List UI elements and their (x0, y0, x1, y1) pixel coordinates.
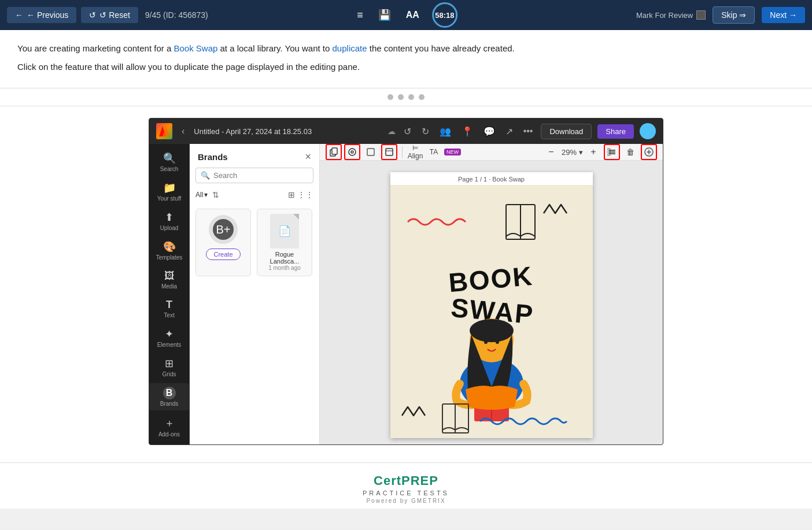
app-topbar: ‹ Untitled - April 27, 2024 at 18.25.03 … (149, 118, 663, 144)
delete-button[interactable]: 🗑 (622, 144, 638, 160)
font-size-button[interactable]: AA (404, 8, 422, 23)
brands-filter-row: All ▾ ⇅ ⊞ ⋮⋮ (190, 188, 319, 204)
app-sidebar: 🔍 Search 📁 Your stuff ⬆ Upload 🎨 Templat… (149, 144, 190, 444)
pin-button[interactable]: 📍 (459, 124, 475, 139)
dot-2 (398, 94, 404, 100)
templates-icon: 🎨 (163, 240, 176, 253)
redo-button[interactable]: ↻ (419, 124, 431, 139)
grids-icon: ⊞ (165, 357, 174, 370)
app-document-title: Untitled - April 27, 2024 at 18.25.03 (194, 127, 381, 136)
translate-icon: TA (430, 148, 438, 156)
app-back-arrow[interactable]: ‹ (178, 125, 188, 138)
brand-create-label: Create (213, 251, 232, 258)
sidebar-item-templates[interactable]: 🎨 Templates (149, 237, 189, 264)
app-right-section: ⊨ Align TA NEW − 29% ▾ + (320, 144, 663, 444)
chevron-down-icon: ▾ (204, 191, 208, 199)
folder-icon: 📁 (163, 181, 176, 194)
brand-card-create[interactable]: B+ Create (195, 209, 251, 276)
share-button[interactable]: Share (597, 124, 634, 139)
translate-button[interactable]: TA (426, 144, 442, 160)
reset-label: ↺ Reset (99, 10, 130, 20)
list-icon-button[interactable]: ≡ (355, 7, 366, 24)
mark-review-checkbox[interactable] (696, 10, 706, 20)
previous-arrow-icon: ← (15, 10, 23, 20)
sidebar-item-addons[interactable]: ＋ Add-ons (149, 413, 189, 441)
mark-review-label: Mark For Review (636, 11, 693, 20)
sidebar-item-upload[interactable]: ⬆ Upload (149, 207, 189, 235)
filter-all-label: All (195, 191, 203, 199)
svg-rect-11 (608, 153, 615, 154)
practice-tests-label: PRACTICE TESTS (363, 490, 449, 496)
brands-search-input[interactable] (213, 171, 308, 180)
file-icon: 📄 (278, 225, 291, 238)
question-line-2: Click on the feature that will allow you… (17, 60, 795, 74)
svg-rect-9 (608, 150, 615, 151)
save-icon: 💾 (378, 9, 391, 21)
brand-plus-circle: B+ (213, 219, 234, 240)
sidebar-item-search[interactable]: 🔍 Search (149, 149, 189, 176)
dot-3 (408, 94, 414, 100)
top-right-controls: Mark For Review Skip ⇒ Next → (636, 6, 805, 24)
brand-card-rogue[interactable]: 📄 Rogue Landsca... 1 month ago (257, 209, 312, 276)
sidebar-item-text[interactable]: T Text (149, 295, 189, 322)
filter-all-dropdown[interactable]: All ▾ (195, 191, 208, 199)
sidebar-item-media[interactable]: 🖼 Media (149, 266, 189, 293)
sidebar-search-label: Search (160, 166, 179, 172)
svg-rect-7 (386, 149, 393, 155)
sidebar-brands-label: Brands (160, 401, 179, 407)
align-button[interactable]: ⊨ Align (407, 144, 423, 160)
share-social-button[interactable]: ↗ (503, 124, 515, 139)
toolbar-separator-1 (402, 146, 403, 158)
comment-button[interactable]: 💬 (481, 124, 497, 139)
sort-icon[interactable]: ⇅ (212, 190, 219, 199)
user-avatar (640, 123, 656, 139)
download-button[interactable]: Download (541, 124, 592, 139)
upload-icon: ⬆ (165, 211, 174, 224)
brands-close-button[interactable]: × (305, 151, 311, 163)
page-settings-button[interactable] (381, 144, 397, 160)
sidebar-item-grids[interactable]: ⊞ Grids (149, 354, 189, 381)
brand-file-date: 1 month ago (268, 265, 301, 271)
more-options-button[interactable]: ••• (521, 124, 536, 139)
sidebar-media-label: Media (161, 283, 177, 290)
brands-view-icons: ⊞ ⋮⋮ (288, 190, 313, 199)
dot-4 (419, 94, 425, 100)
brands-search-bar[interactable]: 🔍 (195, 168, 313, 183)
zoom-in-button[interactable]: + (585, 144, 601, 160)
text-icon: T (166, 299, 172, 311)
skip-button[interactable]: Skip ⇒ (713, 6, 755, 24)
undo-button[interactable]: ↺ (401, 124, 414, 139)
reset-button[interactable]: ↺ ↺ Reset (81, 7, 138, 23)
sidebar-elements-label: Elements (157, 342, 182, 348)
zoom-out-button[interactable]: − (543, 144, 559, 160)
mark-for-review: Mark For Review (636, 10, 706, 20)
app-body: 🔍 Search 📁 Your stuff ⬆ Upload 🎨 Templat… (149, 144, 663, 444)
plus-icon: B+ (216, 223, 230, 236)
svg-point-23 (470, 319, 514, 342)
shape-button[interactable] (363, 144, 379, 160)
align-icon: ⊨ Align (407, 144, 423, 160)
add-page-button[interactable] (641, 144, 657, 160)
search-icon-small: 🔍 (201, 171, 210, 180)
crop-button[interactable] (344, 144, 360, 160)
sidebar-item-elements[interactable]: ✦ Elements (149, 324, 189, 351)
page-footer: CertPREP PRACTICE TESTS Powered by GMETR… (0, 462, 812, 509)
cloud-icon: ☁ (387, 127, 396, 136)
brand-create-button[interactable]: Create (206, 249, 240, 260)
grid-view-icon[interactable]: ⊞ (288, 190, 295, 199)
svg-rect-6 (367, 149, 374, 155)
svg-point-25 (496, 340, 499, 344)
brand-file-thumbnail: 📄 (270, 214, 299, 249)
powered-by-gmetrix: Powered by GMETRIX (366, 498, 445, 504)
next-button[interactable]: Next → (762, 7, 805, 23)
list-view-icon[interactable]: ⋮⋮ (297, 190, 313, 199)
previous-button[interactable]: ← ← Previous (7, 7, 76, 23)
save-icon-button[interactable]: 💾 (376, 6, 393, 24)
duplicate-page-button[interactable] (326, 144, 342, 160)
layers-button[interactable] (604, 144, 620, 160)
search-icon: 🔍 (163, 152, 176, 165)
sidebar-item-yourstuff[interactable]: 📁 Your stuff (149, 178, 189, 205)
collaborators-button[interactable]: 👥 (437, 124, 453, 139)
adobe-express-app: ‹ Untitled - April 27, 2024 at 18.25.03 … (149, 118, 663, 445)
sidebar-item-brands[interactable]: B Brands (149, 383, 189, 410)
